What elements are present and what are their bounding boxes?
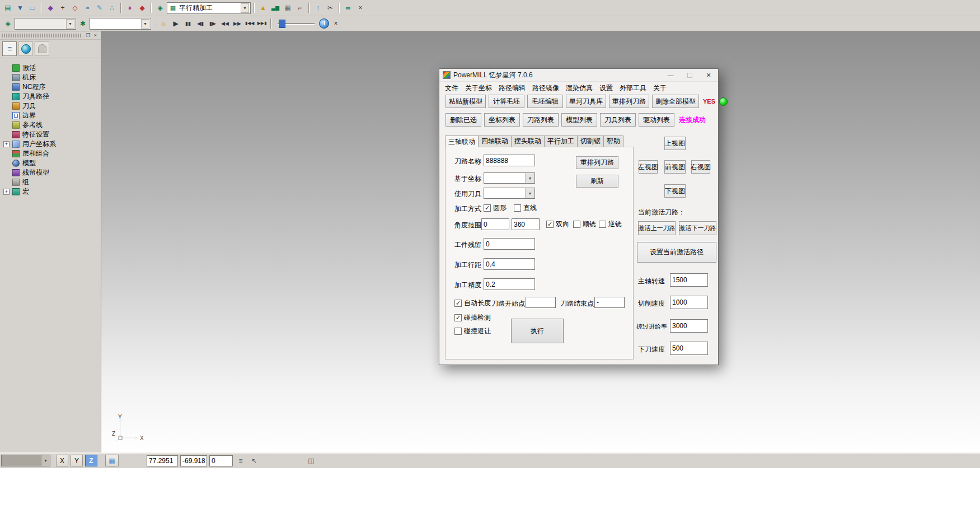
chevron-down-icon[interactable]: ▼ <box>525 173 534 183</box>
delete-all-models-button[interactable]: 删除全部模型 <box>652 95 699 108</box>
play-icon[interactable]: ▶ <box>170 18 181 29</box>
go-end-icon[interactable]: ▶▶▮ <box>256 18 268 29</box>
minimize-icon[interactable]: — <box>661 69 680 81</box>
print-icon[interactable]: ▭ <box>27 2 38 13</box>
bidirectional-option[interactable]: ✓双向 <box>546 220 569 229</box>
conventional-option[interactable]: 逆铣 <box>599 220 622 229</box>
activate-prev-button[interactable]: 激活上一刀路 <box>638 221 676 235</box>
tree-item-patterns[interactable]: 参考线 <box>0 120 101 130</box>
tree-item-boundaries[interactable]: 边界 <box>0 111 101 120</box>
coord-y-input[interactable] <box>180 455 207 466</box>
checkbox-checked[interactable]: ✓ <box>454 300 462 307</box>
plunge-speed-input[interactable] <box>670 342 708 355</box>
tool-library-button[interactable]: 星河刀具库 <box>566 95 606 108</box>
tree-view-button[interactable]: ≡ <box>2 41 17 56</box>
binoculars-icon[interactable]: ∞ <box>343 2 354 13</box>
tab-parallel[interactable]: 平行加工 <box>544 136 578 147</box>
tree-item-nc-programs[interactable]: NC程序 <box>0 82 101 92</box>
auto-length-option[interactable]: ✓自动长度 <box>454 298 491 308</box>
menu-path-edit[interactable]: 路径编辑 <box>495 83 529 94</box>
bottom-view-button[interactable]: 下视图 <box>664 184 686 198</box>
tree-item-feature-sets[interactable]: 特征设置 <box>0 130 101 139</box>
ghost-view-button[interactable] <box>35 41 49 56</box>
chart-icon[interactable]: ▃▆ <box>270 2 281 13</box>
workplane-icon[interactable]: ◇ <box>69 2 81 13</box>
grid-snap-button[interactable]: ▦ <box>105 455 119 466</box>
tree-item-machine[interactable]: 机床 <box>0 73 101 82</box>
top-view-button[interactable]: 上视图 <box>664 137 686 150</box>
tab-4axis[interactable]: 四轴联动 <box>478 136 512 147</box>
toolpath-stack-icon[interactable]: ◈ <box>154 2 166 13</box>
rewind-icon[interactable]: ◀◀ <box>219 18 231 29</box>
tree-item-toolpaths[interactable]: 刀具路径 <box>0 92 101 101</box>
delete-selected-button[interactable]: 删除已选 <box>446 113 481 127</box>
tree-item-macros[interactable]: +宏 <box>0 187 101 197</box>
split-view-icon[interactable]: ◫ <box>306 455 317 466</box>
tree-item-stock-models[interactable]: 残留模型 <box>0 168 101 178</box>
coord-z-input[interactable] <box>209 455 233 466</box>
checkbox-unchecked[interactable] <box>454 328 462 335</box>
menu-path-mirror[interactable]: 路径镜像 <box>529 83 562 94</box>
chevron-down-icon[interactable]: ▼ <box>41 455 50 466</box>
dock-grip[interactable] <box>2 34 82 38</box>
speed-slider[interactable] <box>278 23 315 25</box>
chevron-down-icon[interactable]: ▼ <box>241 3 249 13</box>
slider-handle[interactable] <box>279 20 285 28</box>
status-dropdown[interactable]: ▼ <box>1 455 50 466</box>
axes-icon[interactable]: + <box>57 2 68 13</box>
line-option[interactable]: 直线 <box>514 203 537 213</box>
tab-swivel-head[interactable]: 摆头联动 <box>511 136 545 147</box>
menu-file[interactable]: 文件 <box>442 83 462 94</box>
go-start-icon[interactable]: ▮◀◀ <box>244 18 255 29</box>
collision-avoid-option[interactable]: 碰撞避让 <box>454 326 491 336</box>
block-edit-button[interactable]: 毛坯编辑 <box>527 95 563 108</box>
front-view-button[interactable]: 前视图 <box>664 160 686 174</box>
tree-item-tools[interactable]: 刀具 <box>0 101 101 111</box>
close-panel-icon[interactable]: × <box>92 32 99 39</box>
left-view-button[interactable]: 左视图 <box>639 160 658 174</box>
skim-feed-input[interactable] <box>670 319 708 333</box>
use-tool-dropdown[interactable]: ▼ <box>484 188 535 199</box>
toolpath-icon[interactable]: ◈ <box>2 18 13 29</box>
axis-x-button[interactable]: X <box>56 455 68 466</box>
close-icon[interactable]: × <box>699 69 718 81</box>
cutting-speed-input[interactable] <box>670 296 708 309</box>
climb-option[interactable]: 顺铣 <box>573 220 596 229</box>
model-icon[interactable]: ◆ <box>45 2 56 13</box>
stock-remain-input[interactable] <box>484 238 535 250</box>
tree-item-activate[interactable]: 激活 <box>0 63 101 73</box>
right-view-button[interactable]: 右视图 <box>691 160 710 174</box>
expander-icon[interactable]: + <box>3 189 10 195</box>
model-list-button[interactable]: 模型列表 <box>561 113 597 127</box>
clock-icon[interactable] <box>319 18 329 29</box>
tab-help[interactable]: 帮助 <box>603 136 623 147</box>
save-icon[interactable]: ▼ <box>15 2 26 13</box>
chevron-down-icon[interactable]: ▼ <box>66 19 74 29</box>
float-panel-icon[interactable]: ❐ <box>85 32 92 39</box>
tool-dropdown[interactable]: ▼ <box>90 18 151 30</box>
pointer-icon[interactable]: ↖ <box>248 455 260 466</box>
chevron-down-icon[interactable]: ▼ <box>141 19 149 29</box>
explorer-caption[interactable]: ❐ × <box>0 31 101 40</box>
toolpath-name-input[interactable] <box>484 155 535 166</box>
chevron-down-icon[interactable]: ▼ <box>525 188 534 198</box>
tool-select-icon[interactable]: ✱ <box>77 18 88 29</box>
tool-icon[interactable]: ▲ <box>257 2 269 13</box>
reorder-toolpaths-button[interactable]: 重排列刀路 <box>609 95 649 108</box>
macro-record-icon[interactable]: ◆ <box>137 2 148 13</box>
spindle-speed-input[interactable] <box>670 273 708 287</box>
tree-item-levels[interactable]: 层和组合 <box>0 149 101 158</box>
checkbox-checked[interactable]: ✓ <box>546 221 554 228</box>
dialog-titlebar[interactable]: PowerMILL 忆梦星河 7.0.6 — × <box>439 69 718 82</box>
tab-3axis[interactable]: 三轴联动 <box>445 136 479 147</box>
menu-render-sim[interactable]: 渲染仿真 <box>562 83 596 94</box>
menu-settings[interactable]: 设置 <box>596 83 616 94</box>
expander-icon[interactable]: + <box>3 141 10 147</box>
coords-list-button[interactable]: 坐标列表 <box>484 113 520 127</box>
drive-list-button[interactable]: 驱动列表 <box>639 113 674 127</box>
tolerance-input[interactable] <box>484 278 535 290</box>
statistics-icon[interactable]: ↑ <box>312 2 323 13</box>
toolbar-close-icon[interactable]: × <box>330 18 341 29</box>
toolpath-dropdown[interactable]: ▼ <box>15 18 76 30</box>
measure-icon[interactable]: ⌐ <box>294 2 306 13</box>
